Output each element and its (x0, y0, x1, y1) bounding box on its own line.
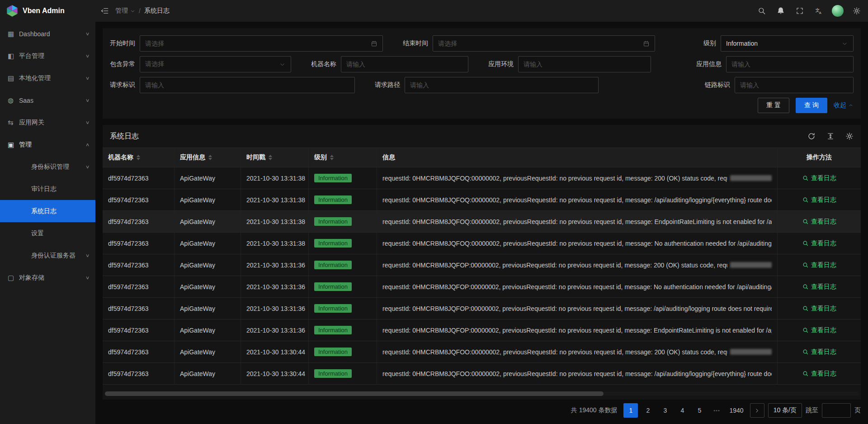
level-tag: Information (314, 174, 352, 182)
end-time-input[interactable] (438, 40, 639, 47)
end-time-picker[interactable] (433, 35, 655, 52)
table-column-header[interactable]: 应用信息 (175, 148, 241, 167)
cell-timestamp: 2021-10-30 13:31:38 (241, 189, 309, 210)
sidebar-item-settings[interactable]: 设置 (0, 222, 95, 244)
app-env-box[interactable] (518, 56, 651, 72)
chevron-icon: ∨ (85, 164, 90, 169)
sidebar-item-auth-server[interactable]: 身份认证服务器 ∨ (0, 244, 95, 267)
cell-timestamp: 2021-10-30 13:31:38 (241, 167, 309, 189)
sidebar-item-localization-management[interactable]: ▤ 本地化管理 ∨ (0, 67, 95, 89)
view-log-button[interactable]: 查看日志 (802, 239, 836, 248)
view-log-button[interactable]: 查看日志 (802, 326, 836, 334)
menu-fold-icon[interactable] (95, 0, 114, 22)
search-icon[interactable] (752, 0, 771, 22)
trace-id-input[interactable] (740, 81, 848, 89)
request-path-input[interactable] (410, 81, 593, 89)
menu-item-label: 系统日志 (31, 207, 89, 215)
request-path-box[interactable] (405, 77, 599, 93)
pagination-page-5[interactable]: 5 (692, 403, 707, 418)
table-column-header[interactable]: 时间戳 (241, 148, 309, 167)
sidebar-item-dashboard[interactable]: ▦ Dashboard ∨ (0, 23, 95, 45)
level-tag: Information (314, 239, 352, 248)
row-height-icon[interactable] (826, 132, 835, 140)
scrollbar-thumb[interactable] (105, 391, 604, 396)
view-log-label: 查看日志 (811, 348, 836, 356)
sidebar-item-audit-logs[interactable]: 审计日志 (0, 178, 95, 200)
fullscreen-icon[interactable] (790, 0, 809, 22)
table-row: df5974d72363 ApiGateWay 2021-10-30 13:31… (103, 211, 861, 233)
view-log-button[interactable]: 查看日志 (802, 196, 836, 204)
start-time-input[interactable] (145, 40, 367, 47)
view-log-button[interactable]: 查看日志 (802, 305, 836, 313)
view-log-button[interactable]: 查看日志 (802, 261, 836, 269)
include-exception-select[interactable]: 请选择 (140, 56, 291, 72)
pagination-ellipsis: ••• (709, 403, 724, 418)
jump-suffix-label: 页 (854, 406, 861, 414)
cell-message: requestId: 0HMCRBM8JQFOQ:00000002, previ… (377, 167, 778, 189)
pagination-page-2[interactable]: 2 (641, 403, 655, 418)
sort-icon[interactable] (330, 155, 334, 160)
column-label: 时间戳 (246, 153, 265, 162)
app-info-box[interactable] (726, 56, 854, 72)
trace-id-box[interactable] (735, 77, 854, 93)
machine-name-input[interactable] (346, 61, 463, 68)
next-page-button[interactable] (750, 403, 764, 418)
view-log-button[interactable]: 查看日志 (802, 174, 836, 182)
redacted-blur (730, 349, 772, 355)
chevron-icon: ∨ (85, 120, 90, 125)
filter-field-app-info: 应用信息 (696, 56, 854, 72)
sidebar-item-management[interactable]: ▣ 管理 ∧ (0, 133, 95, 156)
user-avatar[interactable] (828, 0, 847, 22)
view-log-button[interactable]: 查看日志 (802, 283, 836, 291)
sidebar-item-identity-management[interactable]: 身份标识管理 ∨ (0, 156, 95, 178)
cell-app: ApiGateWay (175, 363, 241, 384)
request-id-input[interactable] (145, 81, 349, 89)
chevron-icon: ∨ (85, 31, 90, 36)
breadcrumb-parent[interactable]: 管理 (115, 7, 135, 15)
sidebar-item-system-logs[interactable]: 系统日志 (0, 200, 95, 222)
sidebar-item-platform-management[interactable]: ◧ 平台管理 ∨ (0, 45, 95, 67)
sort-icon[interactable] (269, 155, 272, 160)
pagination-page-4[interactable]: 4 (675, 403, 689, 418)
cell-actions: 查看日志 (778, 276, 861, 297)
settings-gear-icon[interactable] (847, 0, 866, 22)
table-column-header[interactable]: 机器名称 (103, 148, 175, 167)
jump-label: 跳至 (806, 406, 818, 414)
view-log-button[interactable]: 查看日志 (802, 348, 836, 356)
search-button[interactable]: 查 询 (796, 98, 827, 113)
horizontal-scrollbar[interactable] (104, 391, 859, 396)
notification-bell-icon[interactable] (771, 0, 790, 22)
table-column-header[interactable]: 级别 (309, 148, 377, 167)
cell-actions: 查看日志 (778, 233, 861, 254)
pagination-page-3[interactable]: 3 (658, 403, 672, 418)
app-env-input[interactable] (524, 61, 646, 68)
cell-message-text: requestId: 0HMCRBM8JQFOP:00000002, previ… (382, 283, 772, 291)
page-size-select[interactable]: 10 条/页 (768, 403, 802, 418)
translate-icon[interactable]: 文A (809, 0, 828, 22)
pagination-page-1940[interactable]: 1940 (726, 403, 746, 418)
pagination-page-1[interactable]: 1 (623, 403, 638, 418)
refresh-icon[interactable] (807, 132, 816, 140)
jump-page-input[interactable] (822, 403, 851, 418)
sidebar-item-saas[interactable]: ◍ Saas ∨ (0, 89, 95, 111)
column-settings-icon[interactable] (845, 132, 854, 140)
level-select[interactable]: Information (721, 35, 854, 52)
view-log-button[interactable]: 查看日志 (802, 218, 836, 226)
menu-item-label: 审计日志 (31, 185, 89, 193)
table-title: 系统日志 (110, 132, 139, 141)
logo[interactable]: Vben Admin (0, 0, 95, 22)
include-exception-placeholder: 请选择 (145, 60, 275, 68)
log-table-card: 系统日志 机器名称 (103, 125, 861, 400)
collapse-toggle[interactable]: 收起 (834, 101, 854, 110)
reset-button[interactable]: 重 置 (758, 98, 789, 113)
sort-icon[interactable] (137, 155, 140, 160)
sidebar-item-app-gateway[interactable]: ⇆ 应用网关 ∨ (0, 111, 95, 133)
start-time-picker[interactable] (140, 35, 383, 52)
machine-name-box[interactable] (341, 56, 468, 72)
sort-icon[interactable] (208, 155, 212, 160)
view-log-button[interactable]: 查看日志 (802, 370, 836, 378)
cell-message-text: requestId: 0HMCRBM8JQFOQ:00000002, previ… (382, 175, 727, 182)
app-info-input[interactable] (731, 61, 848, 68)
sidebar-item-object-storage[interactable]: ▢ 对象存储 ∨ (0, 267, 95, 289)
request-id-box[interactable] (140, 77, 355, 93)
